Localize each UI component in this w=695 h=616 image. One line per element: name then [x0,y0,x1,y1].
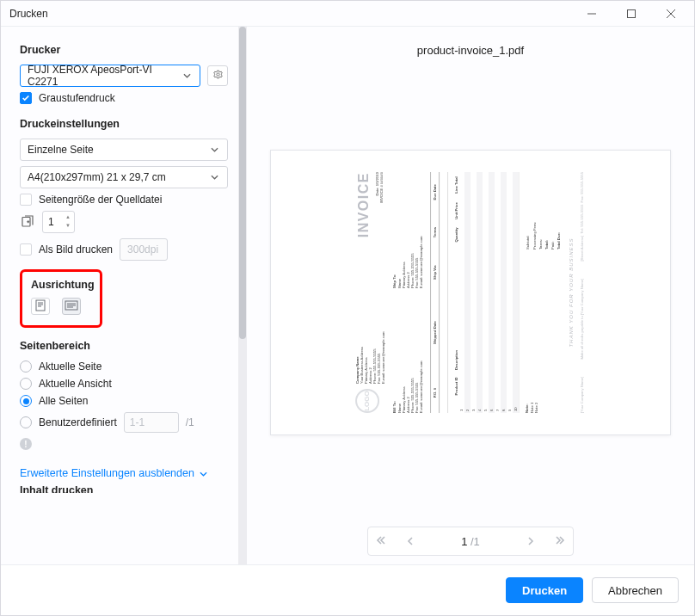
range-current-page-label: Aktuelle Seite [39,360,101,373]
preview-filename: product-invoice_1.pdf [417,44,524,57]
toggle-advanced-link[interactable]: Erweiterte Einstellungen ausblenden [20,467,228,479]
print-button-label: Drucken [522,584,567,597]
print-as-image-label: Als Bild drucken [39,243,113,256]
paper-size-select[interactable]: A4(210x297mm) 21 x 29,7 cm [20,166,228,188]
grayscale-label: Graustufendruck [39,92,115,104]
panel-scrollbar[interactable] [238,27,247,564]
range-current-page-radio[interactable] [20,360,32,373]
range-custom-radio[interactable] [20,416,32,428]
print-as-image-checkbox[interactable] [20,243,32,256]
invoice-title: INVOICE [355,172,372,237]
copies-input[interactable]: 1 ▲▼ [42,211,75,233]
minimize-button[interactable] [572,1,612,27]
printer-properties-button[interactable] [207,65,228,86]
orientation-portrait-button[interactable] [31,298,50,315]
close-button[interactable] [651,1,691,27]
chevron-down-icon [181,73,194,78]
svg-rect-8 [36,300,45,311]
preview-pager: 1 /1 [367,527,574,556]
pager-prev-button[interactable] [397,535,423,548]
page-preview-wrap: LOGO Company Name Your Business Address … [255,74,686,511]
chevron-down-icon [208,175,220,180]
paper-size-value: A4(210x297mm) 21 x 29,7 cm [28,171,166,183]
range-custom-label: Benutzerdefiniert [39,416,117,428]
print-dialog: Drucken Drucker FUJI XEROX ApeosPort-VI … [0,0,695,616]
grayscale-checkbox[interactable] [20,92,32,104]
pager-next-button[interactable] [518,535,544,548]
info-icon[interactable]: ! [20,438,32,450]
printer-select-value: FUJI XEROX ApeosPort-VI C2271 [28,64,181,88]
pager-total: 1 [474,535,480,548]
dpi-input: 300dpi [120,238,168,261]
pages-per-sheet-select[interactable]: Einzelne Seite [20,139,228,161]
svg-point-4 [216,73,218,76]
range-custom-placeholder: 1-1 [130,416,145,428]
orientation-section-highlight: Ausrichtung [20,269,102,328]
range-current-view-radio[interactable] [20,378,32,390]
collate-icon [20,213,35,231]
printer-section-head: Drucker [20,44,228,56]
pager-status: 1 /1 [427,535,514,548]
svg-rect-1 [628,9,636,17]
orientation-landscape-button[interactable] [62,298,81,315]
invoice-content: LOGO Company Name Your Business Address … [348,160,593,425]
titlebar: Drucken [1,1,694,27]
chevron-down-icon [208,147,220,152]
gear-icon [212,69,224,83]
range-all-pages-label: Alle Seiten [39,395,88,407]
printer-select[interactable]: FUJI XEROX ApeosPort-VI C2271 [20,65,200,87]
orientation-head: Ausrichtung [31,279,91,291]
copies-spinner[interactable]: ▲▼ [64,213,72,231]
logo-icon: LOGO [355,389,379,413]
page-preview: LOGO Company Name Your Business Address … [270,150,671,435]
print-button[interactable]: Drucken [506,577,583,603]
panel-scrollbar-thumb[interactable] [239,27,246,339]
maximize-button[interactable] [612,1,651,27]
landscape-icon [65,300,78,313]
source-page-size-label: Seitengröße der Quelldatei [39,194,162,206]
range-current-view-label: Aktuelle Ansicht [39,378,112,390]
cancel-button[interactable]: Abbrechen [592,577,679,603]
settings-panel: Drucker FUJI XEROX ApeosPort-VI C2271 [1,27,247,564]
print-settings-head: Druckeinstellungen [20,118,228,130]
cancel-button-label: Abbrechen [608,584,662,597]
range-total-pages: /1 [186,416,194,428]
dpi-placeholder: 300dpi [127,243,158,256]
window-title: Drucken [9,8,572,20]
range-custom-input[interactable]: 1-1 [124,412,179,433]
main-area: Drucker FUJI XEROX ApeosPort-VI C2271 [1,27,694,565]
dialog-footer: Drucken Abbrechen [1,565,694,615]
pager-last-button[interactable] [547,535,573,548]
copies-value: 1 [48,216,54,228]
portrait-icon [35,299,46,314]
page-range-head: Seitenbereich [20,340,228,352]
pages-per-sheet-value: Einzelne Seite [28,144,94,156]
source-page-size-checkbox[interactable] [20,194,32,206]
pager-first-button[interactable] [368,535,394,548]
range-all-pages-radio[interactable] [20,395,32,407]
toggle-advanced-label: Erweiterte Einstellungen ausblenden [20,467,194,479]
preview-area: product-invoice_1.pdf LOGO Company Name … [247,27,694,564]
chevron-down-icon [200,467,207,479]
print-content-head-clipped: Inhalt drucken [20,484,228,493]
